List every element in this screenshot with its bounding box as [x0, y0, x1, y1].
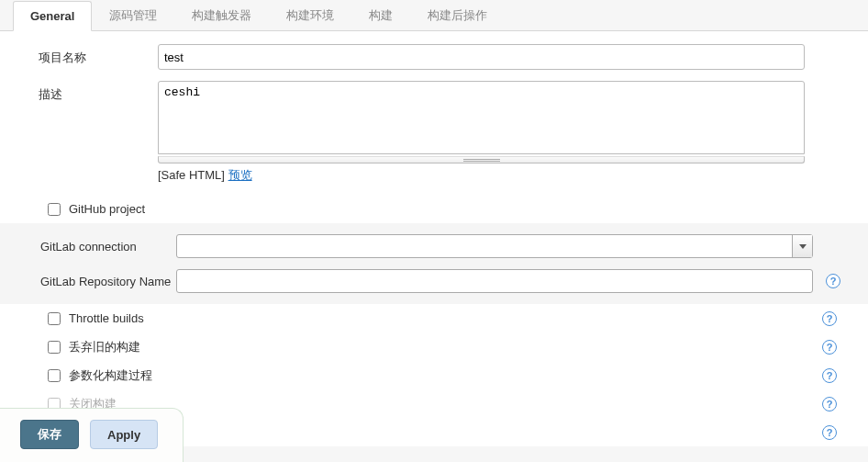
- help-icon[interactable]: ?: [822, 311, 837, 326]
- gitlab-connection-select[interactable]: [176, 234, 813, 258]
- textarea-resize-handle[interactable]: [158, 156, 805, 163]
- general-panel: 项目名称 描述 ceshi [Safe HTML] 预览 GitHub proj…: [0, 31, 868, 446]
- gitlab-repo-input[interactable]: [176, 269, 813, 293]
- parameterized-label: 参数化构建过程: [69, 367, 152, 384]
- description-textarea[interactable]: ceshi: [158, 81, 805, 154]
- gitlab-section: GitLab connection GitLab Repository Name…: [0, 223, 868, 304]
- discard-old-label: 丢弃旧的构建: [69, 339, 140, 355]
- parameterized-checkbox[interactable]: [48, 369, 61, 382]
- throttle-builds-checkbox[interactable]: [48, 312, 61, 325]
- chevron-down-icon[interactable]: [792, 235, 812, 257]
- help-icon[interactable]: ?: [822, 340, 837, 355]
- github-project-label: GitHub project: [69, 202, 145, 216]
- tab-build-triggers[interactable]: 构建触发器: [174, 0, 269, 31]
- parameterized-option[interactable]: 参数化构建过程: [44, 366, 152, 385]
- throttle-builds-option[interactable]: Throttle builds: [44, 310, 144, 328]
- github-project-checkbox[interactable]: [48, 203, 61, 216]
- project-name-input[interactable]: [158, 44, 805, 70]
- gitlab-connection-label: GitLab connection: [20, 240, 176, 254]
- safe-html-label: [Safe HTML]: [158, 168, 225, 182]
- help-icon[interactable]: ?: [822, 397, 837, 411]
- help-icon[interactable]: ?: [822, 368, 837, 383]
- description-label: 描述: [20, 81, 158, 184]
- discard-old-option[interactable]: 丢弃旧的构建: [44, 338, 140, 356]
- config-tabs: General 源码管理 构建触发器 构建环境 构建 构建后操作: [0, 0, 868, 31]
- help-icon[interactable]: ?: [822, 425, 837, 440]
- tab-build[interactable]: 构建: [351, 0, 410, 31]
- tab-general[interactable]: General: [13, 1, 92, 31]
- project-name-label: 项目名称: [20, 44, 158, 70]
- save-button[interactable]: 保存: [20, 420, 79, 449]
- throttle-builds-label: Throttle builds: [69, 311, 144, 325]
- tab-build-env[interactable]: 构建环境: [269, 0, 351, 31]
- github-project-option[interactable]: GitHub project: [44, 200, 145, 219]
- apply-button[interactable]: Apply: [90, 420, 158, 449]
- tab-post-build[interactable]: 构建后操作: [410, 0, 505, 31]
- tab-scm[interactable]: 源码管理: [92, 0, 174, 31]
- sticky-action-bar: 保存 Apply: [0, 408, 184, 462]
- preview-link[interactable]: 预览: [228, 168, 252, 182]
- discard-old-checkbox[interactable]: [48, 341, 61, 354]
- gitlab-repo-label: GitLab Repository Name: [20, 275, 176, 288]
- help-icon[interactable]: ?: [826, 274, 840, 288]
